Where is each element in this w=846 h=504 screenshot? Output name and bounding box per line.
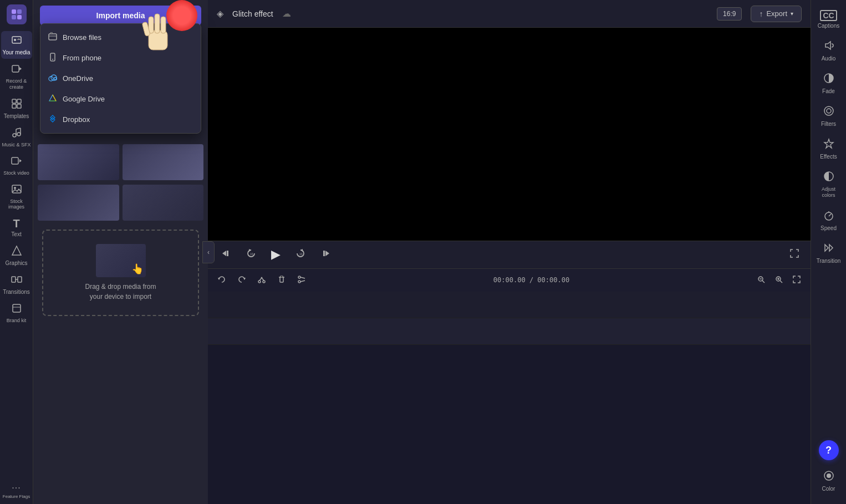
left-sidebar: Your media Record & create Templates Mus… (0, 0, 33, 504)
transitions-icon (11, 274, 22, 288)
sidebar-item-record-create[interactable]: Record & create (1, 60, 32, 94)
svg-line-63 (762, 281, 765, 283)
fade-icon (823, 73, 834, 86)
sidebar-item-graphics[interactable]: Graphics (1, 242, 32, 269)
adjust-colors-label: Adjust colors (816, 186, 842, 198)
svg-line-77 (829, 214, 831, 216)
svg-marker-49 (325, 251, 329, 256)
media-thumb[interactable] (38, 144, 119, 180)
right-item-color[interactable]: Color (813, 465, 844, 497)
right-item-effects[interactable]: Effects (813, 133, 844, 165)
sidebar-item-transitions[interactable]: Transitions (1, 271, 32, 298)
svg-rect-9 (17, 99, 21, 103)
sidebar-item-label: Stock video (3, 170, 29, 176)
zoom-out-button[interactable] (754, 273, 768, 287)
right-item-audio[interactable]: Audio (813, 34, 844, 67)
svg-point-20 (14, 187, 16, 189)
collapse-panel-button[interactable]: ‹ (202, 241, 215, 263)
svg-point-81 (827, 474, 831, 478)
main-area: ◈ Glitch effect ☁ 16:9 ↑ Export ▾ 10 ▶ 1… (208, 0, 811, 504)
svg-rect-0 (12, 9, 16, 14)
skip-forward-button[interactable] (318, 246, 333, 263)
sidebar-item-label: Transitions (3, 289, 30, 295)
expand-timeline-button[interactable] (789, 273, 804, 287)
onedrive-label: OneDrive (63, 74, 93, 83)
fullscreen-button[interactable] (789, 248, 799, 261)
sidebar-item-brand-kit[interactable]: Brand kit (1, 299, 32, 327)
right-item-adjust-colors[interactable]: Adjust colors (813, 165, 844, 204)
preview-canvas (208, 28, 811, 241)
svg-rect-23 (18, 277, 22, 282)
zoom-in-button[interactable] (772, 273, 786, 287)
transition-label: Transition (817, 258, 841, 264)
google-drive-item[interactable]: Google Drive (40, 89, 201, 109)
import-media-button[interactable]: Import media (40, 6, 201, 26)
speed-icon (823, 210, 834, 223)
browse-files-item[interactable]: Browse files (40, 27, 201, 48)
drop-zone[interactable]: 👆 Drag & drop media from your device to … (42, 230, 199, 316)
right-item-filters[interactable]: Filters (813, 100, 844, 133)
svg-rect-10 (12, 104, 16, 108)
sidebar-item-stock-images[interactable]: Stock images (1, 180, 32, 213)
media-thumb[interactable] (123, 144, 204, 180)
sidebar-item-label: Text (11, 231, 21, 237)
right-item-captions[interactable]: CC Captions (813, 4, 844, 34)
redo-button[interactable] (235, 273, 249, 287)
sidebar-item-your-media[interactable]: Your media (1, 31, 32, 59)
sidebar-item-text[interactable]: T Text (1, 214, 32, 241)
svg-rect-27 (49, 34, 57, 40)
google-drive-label: Google Drive (63, 95, 105, 103)
svg-line-34 (49, 95, 53, 101)
title-icon: ◈ (217, 8, 223, 19)
aspect-ratio-badge[interactable]: 16:9 (717, 7, 742, 21)
sidebar-item-stock-video[interactable]: Stock video (1, 152, 32, 179)
from-phone-icon (48, 53, 57, 63)
media-thumb[interactable] (123, 185, 204, 221)
right-item-transition[interactable]: Transition (813, 237, 844, 269)
cloud-save-icon: ☁ (282, 8, 291, 19)
delete-button[interactable] (274, 273, 289, 287)
svg-line-66 (780, 281, 782, 283)
filters-label: Filters (821, 121, 836, 127)
dropbox-item[interactable]: Dropbox (40, 109, 201, 130)
forward-10s-button[interactable]: 10 (293, 246, 308, 264)
skip-back-button[interactable] (219, 246, 233, 263)
graphics-icon (11, 245, 22, 259)
timeline-track-row-2 (208, 318, 811, 345)
adjust-colors-icon (823, 171, 834, 185)
cut-button[interactable] (254, 273, 269, 287)
speed-label: Speed (820, 225, 837, 231)
sidebar-item-label: Your media (2, 49, 30, 55)
rewind-10s-button[interactable]: 10 (243, 246, 259, 264)
sidebar-item-label: Music & SFX (2, 142, 31, 147)
right-sidebar: CC Captions Audio Fade Filters Effects A… (811, 0, 846, 504)
svg-point-53 (258, 281, 261, 283)
media-thumb[interactable] (38, 185, 119, 221)
svg-marker-43 (222, 251, 226, 256)
clip-button[interactable] (294, 273, 309, 287)
sidebar-item-music-sfx[interactable]: Music & SFX (1, 124, 32, 151)
svg-rect-1 (17, 9, 22, 14)
help-button[interactable]: ? (819, 440, 839, 460)
svg-rect-17 (12, 157, 18, 164)
export-label: Export (766, 9, 787, 18)
play-pause-button[interactable]: ▶ (269, 245, 283, 264)
onedrive-item[interactable]: OneDrive (40, 68, 201, 89)
sidebar-item-templates[interactable]: Templates (1, 95, 32, 123)
svg-point-71 (824, 106, 833, 115)
from-phone-item[interactable]: From phone (40, 48, 201, 68)
right-item-fade[interactable]: Fade (813, 67, 844, 100)
undo-button[interactable] (215, 273, 229, 287)
svg-point-58 (298, 276, 300, 278)
right-item-speed[interactable]: Speed (813, 204, 844, 237)
svg-text:10: 10 (250, 252, 253, 256)
fade-label: Fade (822, 88, 835, 94)
templates-icon (11, 98, 22, 112)
sidebar-item-feature-flags[interactable]: ··· Feature Flags (1, 480, 32, 503)
stock-video-icon (11, 155, 22, 169)
sidebar-item-label: Record & create (2, 78, 31, 90)
export-chevron-icon: ▾ (791, 11, 793, 17)
export-button[interactable]: ↑ Export ▾ (751, 6, 802, 22)
zoom-controls (754, 273, 804, 287)
sidebar-item-label: Brand kit (7, 318, 27, 323)
